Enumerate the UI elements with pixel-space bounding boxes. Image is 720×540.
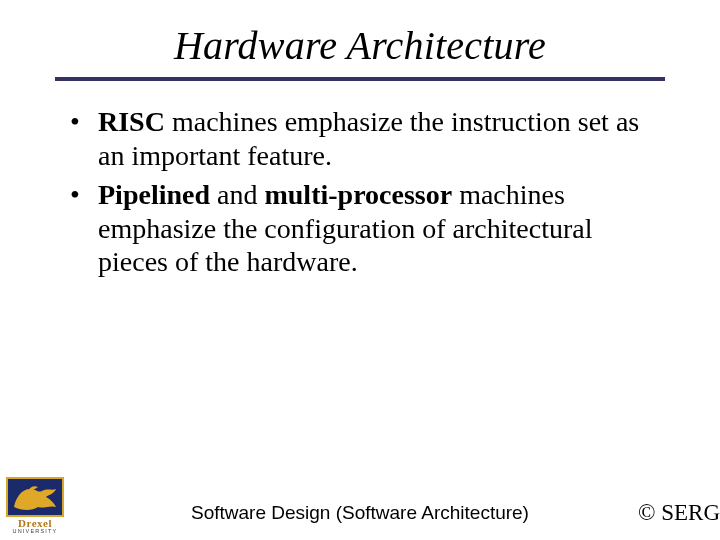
bullet-item: • Pipelined and multi-processor machines… [70, 178, 650, 279]
bullet-strong: multi-processor [264, 179, 452, 210]
bullet-strong: RISC [98, 106, 165, 137]
bullet-marker: • [70, 178, 98, 279]
logo-sublabel: UNIVERSITY [6, 528, 64, 534]
footer-copyright: © SERG [638, 500, 720, 526]
content-area: • RISC machines emphasize the instructio… [0, 81, 720, 279]
bullet-rest: machines emphasize the instruction set a… [98, 106, 639, 171]
bullet-strong: Pipelined [98, 179, 210, 210]
bullet-item: • RISC machines emphasize the instructio… [70, 105, 650, 172]
footer-center-text: Software Design (Software Architecture) [0, 502, 720, 524]
bullet-text: Pipelined and multi-processor machines e… [98, 178, 650, 279]
slide: Hardware Architecture • RISC machines em… [0, 0, 720, 540]
bullet-mid: and [210, 179, 264, 210]
slide-title: Hardware Architecture [0, 0, 720, 77]
bullet-marker: • [70, 105, 98, 172]
bullet-text: RISC machines emphasize the instruction … [98, 105, 650, 172]
